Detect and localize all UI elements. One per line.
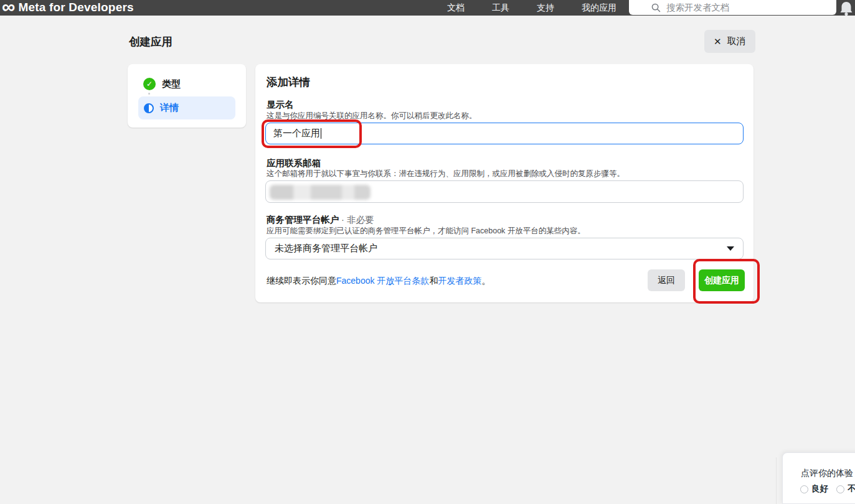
nav-link-support[interactable]: 支持 [537,2,554,14]
redacted-email-value [270,185,371,200]
business-account-label: 商务管理平台帐户 · 非必要 [267,214,374,226]
form-heading: 添加详情 [267,75,310,90]
feedback-widget: 点评你的体验 良好 不好 [782,452,855,504]
search-placeholder: 搜索开发者文档 [666,2,730,13]
terms-text: 继续即表示你同意Facebook 开放平台条款和开发者政策。 [267,276,490,287]
step-details-label: 详情 [160,102,179,114]
display-name-description: 这是与你应用编号关联的应用名称。你可以稍后更改此名称。 [267,111,477,121]
step-details[interactable]: 详情 [138,96,235,119]
navbar-links: 文档 工具 支持 我的应用 [447,0,616,16]
nav-link-docs[interactable]: 文档 [447,2,465,14]
cancel-button[interactable]: ✕ 取消 [704,30,755,53]
search-input[interactable]: 搜索开发者文档 [629,0,836,15]
search-icon [651,3,661,12]
text-cursor [321,128,321,139]
steps-sidebar: ✓ 类型 详情 [128,64,246,128]
business-account-select[interactable]: 未选择商务管理平台帐户 [265,238,744,259]
step-type[interactable]: ✓ 类型 [143,78,181,90]
meta-infinity-icon: ∞ [2,0,15,14]
top-navbar: ∞ Meta for Developers 文档 工具 支持 我的应用 搜索开发… [0,0,855,16]
contact-email-label: 应用联系邮箱 [267,157,321,169]
radio-icon [836,485,844,493]
contact-email-description: 这个邮箱将用于就以下事宜与你联系：潜在违规行为、应用限制，或应用被删除或入侵时的… [267,169,625,179]
back-button[interactable]: 返回 [648,269,685,291]
close-icon: ✕ [714,36,722,47]
radio-icon [800,485,808,493]
create-app-button[interactable]: 创建应用 [699,269,745,291]
meta-developers-logo[interactable]: ∞ Meta for Developers [2,0,134,17]
business-account-description: 应用可能需要绑定到已认证的商务管理平台帐户，才能访问 Facebook 开放平台… [267,226,585,236]
business-account-selected-value: 未选择商务管理平台帐户 [275,243,377,254]
step-in-progress-icon [144,103,154,113]
feedback-title: 点评你的体验 [801,468,853,479]
add-details-card: 添加详情 显示名 这是与你应用编号关联的应用名称。你可以稍后更改此名称。 第一个… [255,64,753,302]
platform-terms-link[interactable]: Facebook 开放平台条款 [336,276,429,286]
chevron-down-icon [727,246,734,251]
cancel-label: 取消 [727,35,746,47]
step-type-label: 类型 [162,78,181,90]
display-name-value: 第一个应用 [273,128,320,139]
notifications-bell-icon[interactable] [839,1,854,19]
nav-link-my-apps[interactable]: 我的应用 [582,2,616,14]
step-connector-dot [148,93,150,95]
developer-policy-link[interactable]: 开发者政策 [438,276,481,286]
feedback-option-good[interactable]: 良好 [800,483,828,495]
logo-text: Meta for Developers [18,1,133,14]
optional-badge: · 非必要 [339,215,374,225]
step-complete-check-icon: ✓ [143,78,156,90]
contact-email-input[interactable] [265,180,744,203]
nav-link-tools[interactable]: 工具 [492,2,509,14]
display-name-input[interactable]: 第一个应用 [265,123,744,144]
page-title: 创建应用 [129,34,172,49]
feedback-options: 良好 不好 [800,483,855,495]
feedback-option-bad[interactable]: 不好 [836,483,855,495]
display-name-label: 显示名 [267,99,294,111]
feedback-divider [776,457,777,504]
